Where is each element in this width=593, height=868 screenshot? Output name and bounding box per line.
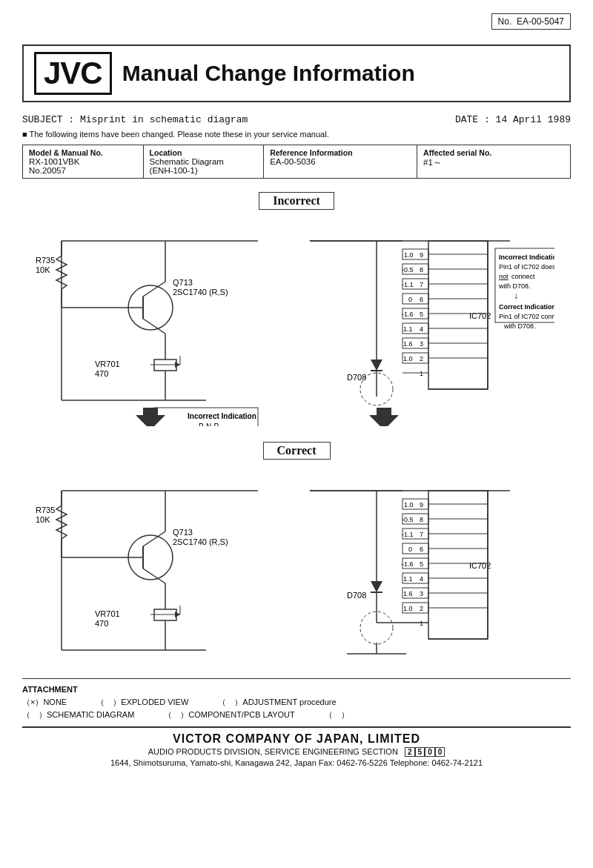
- svg-marker-17: [175, 362, 180, 368]
- svg-text:10K: 10K: [36, 515, 50, 524]
- col3-val: EA-00-5036: [270, 157, 315, 166]
- svg-text:1: 1: [420, 370, 423, 377]
- att-schematic: （ ）SCHEMATIC DIAGRAM: [22, 709, 134, 720]
- svg-text:9: 9: [420, 501, 423, 508]
- pin9-v-inc: 1.0: [404, 251, 414, 259]
- badge-2: 2: [405, 747, 415, 757]
- svg-text:not: not: [499, 273, 508, 280]
- svg-text:1.1: 1.1: [403, 575, 413, 583]
- col1-val1: RX-1001VBK: [29, 157, 79, 166]
- col1-val2: No.20057: [29, 166, 66, 175]
- attachment-section: ATTACHMENT （×）NONE （ ）EXPLODED VIEW （ ）A…: [22, 678, 571, 720]
- svg-text:↓: ↓: [514, 291, 518, 301]
- svg-text:8: 8: [420, 516, 423, 523]
- header-box: JVC Manual Change Information: [22, 44, 571, 102]
- badge-0a: 0: [425, 747, 435, 757]
- svg-text:Incorrect Indication: Incorrect Indication: [499, 254, 554, 261]
- company-sub: AUDIO PRODUCTS DIVISION, SERVICE ENGINEE…: [22, 747, 571, 757]
- att-blank: （ ）: [325, 709, 349, 720]
- diagrams-section: Incorrect R735 10K: [22, 192, 571, 669]
- correct-label: Correct: [263, 442, 331, 460]
- svg-text:-0.5: -0.5: [402, 516, 414, 523]
- svg-text:connect: connect: [511, 273, 535, 280]
- svg-text:-1.1: -1.1: [402, 531, 414, 538]
- svg-text:Pin1 of IC702 connects: Pin1 of IC702 connects: [499, 313, 554, 320]
- doc-number: No. EA-00-5047: [491, 13, 571, 30]
- att-component: （ ）COMPONENT/PCB LAYOUT: [164, 709, 294, 720]
- incorrect-header: Incorrect: [22, 192, 571, 210]
- col2-val1: Schematic Diagram: [150, 157, 224, 166]
- svg-text:3: 3: [420, 590, 423, 597]
- svg-text:-1.6: -1.6: [402, 560, 414, 568]
- svg-text:1.6: 1.6: [403, 590, 413, 597]
- svg-text:-1.6: -1.6: [402, 311, 414, 318]
- col1-label: Model & Manual No.: [29, 148, 137, 157]
- svg-text:7: 7: [420, 281, 423, 288]
- att-exploded: （ ）EXPLODED VIEW: [96, 697, 188, 708]
- svg-marker-101: [175, 612, 180, 617]
- svg-rect-123: [402, 543, 428, 554]
- d708-label-inc: D708: [347, 373, 366, 382]
- badge-5: 5: [415, 747, 425, 757]
- svg-text:R735: R735: [36, 506, 55, 514]
- vr701-label-inc: VR701: [95, 360, 120, 368]
- incorrect-left: R735 10K: [22, 213, 296, 434]
- vr701-val-inc: 470: [95, 369, 108, 378]
- svg-marker-77: [369, 408, 399, 426]
- correct-transistor-svg: R735 10K: [28, 468, 280, 661]
- incorrect-label: Incorrect: [259, 192, 334, 210]
- r735-val-inc: 10K: [36, 265, 50, 274]
- inc-ind-label: Incorrect Indication: [188, 412, 256, 420]
- jvc-logo: JVC: [34, 52, 112, 95]
- header-title: Manual Change Information: [122, 61, 415, 86]
- svg-text:6: 6: [420, 546, 423, 553]
- q713-label-inc: Q713: [173, 278, 193, 287]
- svg-text:Correct  Indication: Correct Indication: [499, 303, 554, 311]
- svg-text:4: 4: [420, 325, 423, 333]
- svg-text:1: 1: [420, 620, 423, 627]
- svg-text:1.0: 1.0: [403, 605, 413, 612]
- svg-text:3: 3: [420, 340, 423, 348]
- svg-text:4: 4: [420, 575, 423, 583]
- col2-val2: (ENH-100-1): [150, 166, 198, 175]
- badge-0b: 0: [435, 747, 445, 757]
- r735-label-inc: R735: [36, 256, 55, 265]
- correct-left: R735 10K: [22, 463, 296, 669]
- svg-marker-148: [371, 581, 382, 592]
- svg-text:D708: D708: [347, 591, 366, 600]
- svg-text:-1.1: -1.1: [402, 281, 414, 288]
- svg-text:6: 6: [420, 296, 423, 303]
- svg-text:8: 8: [420, 266, 423, 274]
- incorrect-ic-svg: IC702 9 1.0 8 -0.5 7 -1.1: [302, 219, 554, 426]
- q713-type-inc: 2SC1740 (R,S): [173, 288, 228, 296]
- subject-line: SUBJECT : Misprint in schematic diagram …: [22, 114, 571, 125]
- inc-ind-pnp: P-N-P: [199, 423, 219, 426]
- svg-text:VR701: VR701: [95, 609, 120, 618]
- attachment-row-1: （×）NONE （ ）EXPLODED VIEW （ ）ADJUSTMENT p…: [22, 697, 571, 708]
- col4-label: Affected serial No.: [423, 148, 564, 157]
- correct-diagram-row: R735 10K: [22, 463, 571, 669]
- company-address: 1644, Shimotsuruma, Yamato-shi, Kanagawa…: [22, 758, 571, 767]
- attachment-rows: （×）NONE （ ）EXPLODED VIEW （ ）ADJUSTMENT p…: [22, 697, 571, 720]
- subject-text: SUBJECT : Misprint in schematic diagram: [22, 114, 248, 125]
- att-none: （×）NONE: [22, 697, 67, 708]
- svg-text:5: 5: [420, 311, 423, 318]
- info-table: Model & Manual No. RX-1001VBK No.20057 L…: [22, 145, 571, 179]
- svg-text:with D708.: with D708.: [503, 322, 536, 330]
- incorrect-right: IC702 9 1.0 8 -0.5 7 -1.1: [296, 213, 571, 434]
- col4-val: #1～: [423, 158, 442, 167]
- col3-label: Reference Information: [270, 148, 411, 157]
- svg-text:0: 0: [408, 296, 412, 303]
- svg-text:1.0: 1.0: [403, 355, 413, 362]
- note-line: ■ The following items have been changed.…: [22, 130, 571, 139]
- svg-text:1.6: 1.6: [403, 340, 413, 348]
- svg-text:1.1: 1.1: [403, 325, 413, 333]
- incorrect-transistor-svg: R735 10K: [28, 219, 280, 426]
- svg-text:0: 0: [408, 546, 412, 553]
- svg-rect-37: [402, 294, 428, 304]
- col2-label: Location: [150, 148, 258, 157]
- company-name: VICTOR COMPANY OF JAPAN, LIMITED: [22, 732, 571, 746]
- date-text: DATE : 14 April 1989: [455, 114, 571, 125]
- svg-text:Pin1 of IC702 does: Pin1 of IC702 does: [499, 263, 554, 271]
- svg-text:1.0: 1.0: [404, 501, 414, 508]
